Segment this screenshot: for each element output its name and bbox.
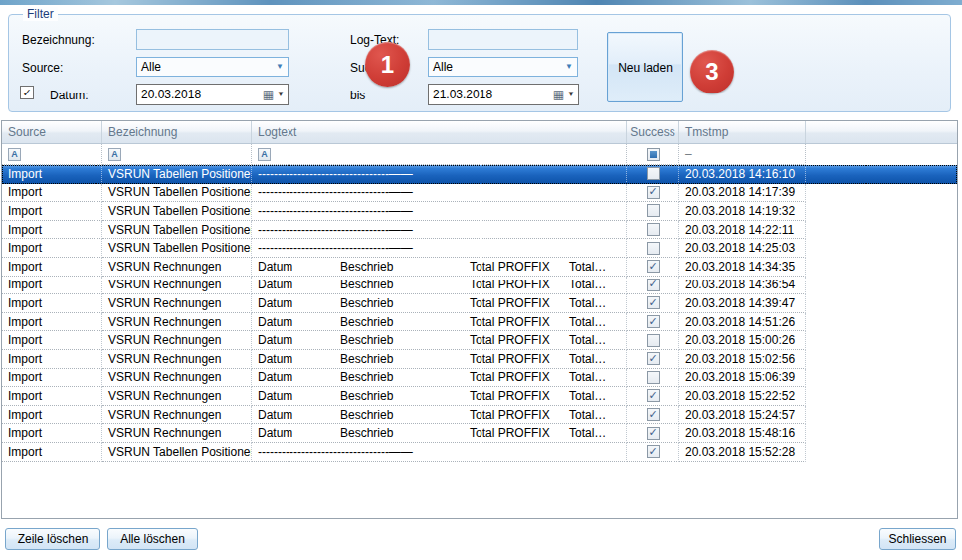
success-checkbox[interactable]: ✓ xyxy=(647,186,660,199)
check-icon: ✓ xyxy=(648,390,657,401)
success-checkbox[interactable] xyxy=(647,204,660,217)
logtext-part: Total PROFFIX xyxy=(470,260,569,274)
column-header-tmstmp[interactable]: Tmstmp xyxy=(679,121,806,143)
check-icon: ✓ xyxy=(648,353,657,364)
table-row[interactable]: ImportVSRUN RechnungenDatumBeschriebTota… xyxy=(2,369,957,388)
success-checkbox[interactable]: ✓ xyxy=(647,315,660,328)
cell-source: Import xyxy=(2,294,102,313)
chevron-down-icon: ▼ xyxy=(565,63,573,71)
table-row[interactable]: ImportVSRUN RechnungenDatumBeschriebTota… xyxy=(2,387,957,406)
cell-success xyxy=(627,239,679,258)
filter-cell-source[interactable]: A xyxy=(2,144,102,165)
table-row[interactable]: ImportVSRUN Tabellen Positionen---------… xyxy=(2,202,957,221)
filter-cell-bezeichnung[interactable]: A xyxy=(102,144,252,165)
cell-logtext: DatumBeschriebTotal PROFFIXTotal… xyxy=(252,406,627,425)
cell-success: ✓ xyxy=(627,277,679,295)
success-checkbox[interactable] xyxy=(647,371,660,384)
delete-row-button[interactable]: Zeile löschen xyxy=(5,528,100,550)
success-checkbox[interactable]: ✓ xyxy=(647,445,660,458)
success-filter-checkbox[interactable] xyxy=(647,148,660,161)
grid-header: Source Bezeichnung Logtext Success Tmstm… xyxy=(2,121,957,144)
cell-tmstmp: 20.03.2018 14:17:39 xyxy=(679,184,806,203)
success-dropdown[interactable]: Alle ▼ xyxy=(428,57,578,77)
logtext-part: Total… xyxy=(569,352,626,366)
success-checkbox[interactable] xyxy=(647,334,660,347)
grid-filter-row: A A A – xyxy=(2,144,957,165)
logtext-dashes: ---------------------------------—— xyxy=(258,223,413,237)
cell-tmstmp: 20.03.2018 14:39:47 xyxy=(679,294,806,313)
close-button[interactable]: Schliessen xyxy=(879,528,956,550)
cell-bezeichnung: VSRUN Tabellen Positionen xyxy=(102,202,252,221)
cell-source: Import xyxy=(2,184,102,203)
filter-legend: Filter xyxy=(23,7,58,21)
success-checkbox[interactable]: ✓ xyxy=(647,427,660,440)
cell-logtext: ---------------------------------—— xyxy=(252,165,627,184)
cell-logtext: ---------------------------------—— xyxy=(252,184,627,203)
logtext-part: Total… xyxy=(569,296,626,310)
success-checkbox[interactable] xyxy=(647,223,660,236)
filter-cell-filler xyxy=(806,144,957,165)
table-row[interactable]: ImportVSRUN Tabellen Positionen---------… xyxy=(2,443,957,462)
datum-checkbox[interactable]: ✓ xyxy=(20,86,34,99)
column-header-success[interactable]: Success xyxy=(627,121,679,143)
logtext-part: Total PROFFIX xyxy=(470,408,569,422)
column-header-logtext[interactable]: Logtext xyxy=(252,121,627,143)
success-checkbox[interactable]: ✓ xyxy=(647,389,660,402)
table-row[interactable]: ImportVSRUN RechnungenDatumBeschriebTota… xyxy=(2,331,957,350)
check-icon: ✓ xyxy=(648,446,657,457)
cell-tmstmp: 20.03.2018 15:06:39 xyxy=(679,369,806,388)
cell-bezeichnung: VSRUN Rechnungen xyxy=(102,258,252,277)
logtext-part: Datum xyxy=(258,408,340,422)
cell-success xyxy=(627,165,679,184)
cell-tmstmp: 20.03.2018 14:16:10 xyxy=(679,165,806,184)
bezeichnung-input[interactable] xyxy=(136,29,289,50)
logtext-part: Total PROFFIX xyxy=(470,315,569,329)
logtext-part: Beschrieb xyxy=(340,315,470,329)
reload-button[interactable]: Neu laden xyxy=(607,32,683,102)
filter-cell-tmstmp[interactable]: – xyxy=(679,144,806,165)
cell-bezeichnung: VSRUN Rechnungen xyxy=(102,331,252,350)
table-row[interactable]: ImportVSRUN RechnungenDatumBeschriebTota… xyxy=(2,313,957,332)
table-row[interactable]: ImportVSRUN RechnungenDatumBeschriebTota… xyxy=(2,350,957,369)
table-row[interactable]: ImportVSRUN RechnungenDatumBeschriebTota… xyxy=(2,406,957,425)
table-row[interactable]: ImportVSRUN Tabellen Positionen---------… xyxy=(2,239,957,258)
date-to-picker[interactable]: 21.03.2018 ▦ ▼ xyxy=(428,84,579,105)
success-checkbox[interactable]: ✓ xyxy=(647,296,660,309)
check-icon: ✓ xyxy=(648,409,657,420)
table-row[interactable]: ImportVSRUN RechnungenDatumBeschriebTota… xyxy=(2,277,957,295)
cell-success: ✓ xyxy=(627,424,679,443)
success-checkbox[interactable]: ✓ xyxy=(647,260,660,273)
cell-source: Import xyxy=(2,221,102,240)
annotation-badge-1: 1 xyxy=(365,42,410,87)
cell-tmstmp: 20.03.2018 14:25:03 xyxy=(679,239,806,258)
success-checkbox[interactable]: ✓ xyxy=(647,352,660,365)
success-dropdown-value: Alle xyxy=(433,60,565,74)
logtext-part: Beschrieb xyxy=(340,426,470,440)
table-row[interactable]: ImportVSRUN RechnungenDatumBeschriebTota… xyxy=(2,424,957,443)
source-dropdown[interactable]: Alle ▼ xyxy=(136,57,289,77)
grid-body: ImportVSRUN Tabellen Positionen---------… xyxy=(2,165,957,462)
check-icon: ✓ xyxy=(648,427,657,438)
delete-all-button[interactable]: Alle löschen xyxy=(107,528,198,550)
filter-cell-success[interactable] xyxy=(627,144,679,165)
date-from-picker[interactable]: 20.03.2018 ▦ ▼ xyxy=(136,84,289,105)
chevron-down-icon: ▼ xyxy=(567,91,575,98)
check-icon: ✓ xyxy=(648,297,657,308)
column-header-source[interactable]: Source xyxy=(2,121,102,143)
table-row[interactable]: ImportVSRUN Tabellen Positionen---------… xyxy=(2,184,957,203)
filter-cell-logtext[interactable]: A xyxy=(252,144,627,165)
logtext-part: Datum xyxy=(258,389,340,403)
logtext-part: Total… xyxy=(569,389,626,403)
success-checkbox[interactable]: ✓ xyxy=(647,408,660,421)
success-checkbox[interactable]: ✓ xyxy=(647,279,660,291)
text-filter-icon: A xyxy=(258,148,271,161)
column-header-bezeichnung[interactable]: Bezeichnung xyxy=(102,121,252,143)
table-row[interactable]: ImportVSRUN Tabellen Positionen---------… xyxy=(2,165,957,184)
logtext-input[interactable] xyxy=(428,29,578,50)
table-row[interactable]: ImportVSRUN Tabellen Positionen---------… xyxy=(2,221,957,240)
success-checkbox[interactable] xyxy=(647,242,660,255)
table-row[interactable]: ImportVSRUN RechnungenDatumBeschriebTota… xyxy=(2,258,957,277)
table-row[interactable]: ImportVSRUN RechnungenDatumBeschriebTota… xyxy=(2,294,957,313)
text-filter-icon: A xyxy=(8,148,21,161)
success-checkbox[interactable] xyxy=(647,167,660,180)
